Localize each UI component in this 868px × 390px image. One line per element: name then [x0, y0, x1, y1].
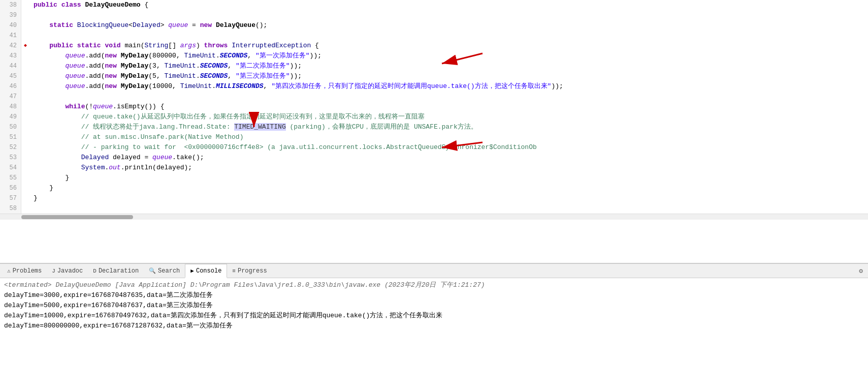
console-output-line: delayTime=3000,expire=1676870487635,data… — [4, 290, 864, 301]
line-code: // queue.take()从延迟队列中取出任务，如果任务指定的延迟时间还没有… — [29, 112, 425, 122]
javadoc-tab-icon: J — [52, 268, 55, 274]
tab-progress[interactable]: ≡Progress — [227, 264, 272, 278]
line-number: 47 — [0, 92, 21, 102]
code-line-43: 43 queue.add(new MyDelay(800000, TimeUni… — [0, 51, 868, 61]
code-line-54: 54 System.out.println(delayed); — [0, 163, 868, 173]
progress-tab-icon: ≡ — [232, 268, 236, 274]
line-number: 40 — [0, 20, 21, 31]
code-line-51: 51 // at sun.misc.Unsafe.park(Native Met… — [0, 132, 868, 142]
search-tab-label: Search — [158, 267, 180, 275]
console-tab-icon: ▶ — [190, 267, 194, 274]
line-number: 56 — [0, 183, 21, 193]
line-code: public static void main(String[] args) t… — [29, 41, 319, 51]
code-line-56: 56 } — [0, 183, 868, 193]
code-lines: 38 public class DelayQueueDemo {39 40 st… — [0, 0, 868, 214]
line-number: 42 — [0, 41, 21, 51]
code-line-53: 53 Delayed delayed = queue.take(); — [0, 153, 868, 163]
line-code: // - parking to wait for <0x0000000716cf… — [29, 142, 537, 153]
problems-tab-label: Problems — [13, 267, 42, 275]
line-code: // 线程状态将处于java.lang.Thread.State: TIMED_… — [29, 122, 477, 132]
line-code: while(!queue.isEmpty()) { — [29, 102, 165, 112]
line-number: 55 — [0, 173, 21, 183]
line-code: } — [29, 193, 38, 203]
line-number: 52 — [0, 142, 21, 153]
line-number: 57 — [0, 193, 21, 203]
code-line-47: 47 — [0, 92, 868, 102]
line-number: 46 — [0, 81, 21, 92]
tab-search[interactable]: 🔍Search — [144, 264, 185, 278]
code-line-57: 57 } — [0, 193, 868, 203]
tab-declaration[interactable]: DDeclaration — [88, 264, 144, 278]
horizontal-scrollbar[interactable] — [0, 214, 868, 220]
line-number: 49 — [0, 112, 21, 122]
line-code: static BlockingQueue<Delayed> queue = ne… — [29, 20, 267, 31]
scrollbar-thumb[interactable] — [21, 215, 133, 219]
line-number: 43 — [0, 51, 21, 61]
line-number: 53 — [0, 153, 21, 163]
line-number: 44 — [0, 61, 21, 71]
declaration-tab-icon: D — [93, 268, 97, 274]
problems-tab-icon: ⚠ — [7, 267, 11, 274]
line-number: 51 — [0, 132, 21, 142]
tab-console[interactable]: ▶Console — [185, 264, 227, 278]
code-line-48: 48 while(!queue.isEmpty()) { — [0, 102, 868, 112]
line-code: queue.add(new MyDelay(10000, TimeUnit.MI… — [29, 81, 563, 92]
line-number: 50 — [0, 122, 21, 132]
line-number: 38 — [0, 0, 21, 10]
line-code: } — [29, 173, 69, 183]
tab-problems[interactable]: ⚠Problems — [2, 264, 47, 278]
code-line-46: 46 queue.add(new MyDelay(10000, TimeUnit… — [0, 81, 868, 92]
code-line-44: 44 queue.add(new MyDelay(3, TimeUnit.SEC… — [0, 61, 868, 71]
declaration-tab-label: Declaration — [99, 267, 139, 275]
code-line-42: 42◆ public static void main(String[] arg… — [0, 41, 868, 51]
tab-javadoc[interactable]: JJavadoc — [47, 264, 88, 278]
line-code: } — [29, 183, 53, 193]
line-code: System.out.println(delayed); — [29, 163, 192, 173]
line-code: queue.add(new MyDelay(5, TimeUnit.SECOND… — [29, 71, 302, 81]
line-number: 54 — [0, 163, 21, 173]
code-line-40: 40 static BlockingQueue<Delayed> queue =… — [0, 20, 868, 31]
line-code: queue.add(new MyDelay(3, TimeUnit.SECOND… — [29, 61, 302, 71]
line-mark: ◆ — [21, 41, 29, 51]
code-editor: 38 public class DelayQueueDemo {39 40 st… — [0, 0, 868, 220]
progress-tab-label: Progress — [238, 267, 267, 275]
line-number: 48 — [0, 102, 21, 112]
console-output-line: delayTime=800000000,expire=1676871287632… — [4, 321, 864, 331]
code-line-41: 41 — [0, 31, 868, 41]
panel-settings-icon[interactable]: ⚙ — [856, 267, 866, 275]
code-editor-wrapper: 38 public class DelayQueueDemo {39 40 st… — [0, 0, 868, 263]
line-number: 41 — [0, 31, 21, 41]
code-line-49: 49 // queue.take()从延迟队列中取出任务，如果任务指定的延迟时间… — [0, 112, 868, 122]
line-code: Delayed delayed = queue.take(); — [29, 153, 204, 163]
console-content: <terminated> DelayQueueDemo [Java Applic… — [0, 278, 868, 390]
line-code: public class DelayQueueDemo { — [29, 0, 148, 10]
javadoc-tab-label: Javadoc — [57, 267, 83, 275]
code-line-52: 52 // - parking to wait for <0x000000071… — [0, 142, 868, 153]
search-tab-icon: 🔍 — [149, 267, 156, 274]
console-output-line: delayTime=10000,expire=1676870497632,dat… — [4, 311, 864, 321]
code-line-38: 38 public class DelayQueueDemo { — [0, 0, 868, 10]
console-tab-label: Console — [196, 267, 221, 275]
line-code: queue.add(new MyDelay(800000, TimeUnit.S… — [29, 51, 322, 61]
line-number: 39 — [0, 10, 21, 20]
code-line-55: 55 } — [0, 173, 868, 183]
line-code: // at sun.misc.Unsafe.park(Native Method… — [29, 132, 243, 142]
code-line-58: 58 — [0, 203, 868, 214]
line-number: 58 — [0, 203, 21, 214]
tabs-bar: ⚠ProblemsJJavadocDDeclaration🔍Search▶Con… — [0, 264, 868, 278]
code-line-50: 50 // 线程状态将处于java.lang.Thread.State: TIM… — [0, 122, 868, 132]
code-line-39: 39 — [0, 10, 868, 20]
code-line-45: 45 queue.add(new MyDelay(5, TimeUnit.SEC… — [0, 71, 868, 81]
line-number: 45 — [0, 71, 21, 81]
bottom-panel: ⚠ProblemsJJavadocDDeclaration🔍Search▶Con… — [0, 263, 868, 390]
console-output-line: delayTime=5000,expire=1676870487637,data… — [4, 301, 864, 311]
console-terminated-line: <terminated> DelayQueueDemo [Java Applic… — [4, 280, 864, 290]
